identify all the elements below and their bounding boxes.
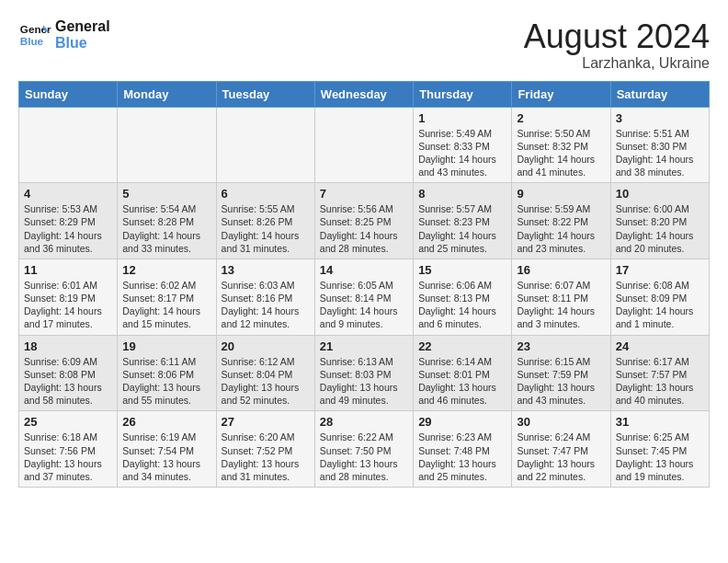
day-number: 6 [222,187,310,201]
day-number: 15 [418,263,506,277]
day-number: 1 [418,111,506,125]
calendar-cell: 27Sunrise: 6:20 AM Sunset: 7:52 PM Dayli… [216,411,314,488]
day-number: 30 [517,415,605,429]
day-info: Sunrise: 6:11 AM Sunset: 8:06 PM Dayligh… [122,355,210,408]
day-number: 24 [616,339,704,353]
day-number: 9 [517,187,605,201]
calendar-cell: 13Sunrise: 6:03 AM Sunset: 8:16 PM Dayli… [216,259,314,335]
weekday-header-monday: Monday [118,81,216,107]
calendar-cell: 21Sunrise: 6:13 AM Sunset: 8:03 PM Dayli… [314,335,413,411]
weekday-header-friday: Friday [512,81,610,107]
day-number: 12 [122,263,210,277]
day-info: Sunrise: 5:56 AM Sunset: 8:25 PM Dayligh… [320,202,408,255]
day-number: 19 [122,339,210,353]
day-number: 8 [418,187,506,201]
calendar-cell: 24Sunrise: 6:17 AM Sunset: 7:57 PM Dayli… [610,335,709,411]
calendar-cell: 2Sunrise: 5:50 AM Sunset: 8:32 PM Daylig… [512,107,610,183]
calendar-cell: 1Sunrise: 5:49 AM Sunset: 8:33 PM Daylig… [414,107,512,183]
day-info: Sunrise: 6:14 AM Sunset: 8:01 PM Dayligh… [418,355,506,408]
day-number: 26 [122,415,210,429]
day-number: 22 [418,339,506,353]
calendar-cell: 30Sunrise: 6:24 AM Sunset: 7:47 PM Dayli… [512,411,610,488]
day-number: 7 [320,187,408,201]
day-number: 2 [517,111,605,125]
day-number: 25 [24,415,112,429]
day-info: Sunrise: 6:02 AM Sunset: 8:17 PM Dayligh… [122,279,210,331]
weekday-header-thursday: Thursday [414,81,512,107]
calendar-cell: 6Sunrise: 5:55 AM Sunset: 8:26 PM Daylig… [216,183,314,259]
calendar-cell [314,107,413,183]
day-info: Sunrise: 6:19 AM Sunset: 7:54 PM Dayligh… [122,431,210,483]
day-info: Sunrise: 6:06 AM Sunset: 8:13 PM Dayligh… [418,279,506,331]
day-info: Sunrise: 6:13 AM Sunset: 8:03 PM Dayligh… [320,355,408,408]
page-header: General Blue General Blue August 2024 La… [18,18,710,72]
day-number: 3 [616,111,704,125]
day-number: 20 [222,339,310,353]
day-info: Sunrise: 5:55 AM Sunset: 8:26 PM Dayligh… [222,202,310,255]
calendar-cell: 17Sunrise: 6:08 AM Sunset: 8:09 PM Dayli… [610,259,709,335]
calendar-cell: 29Sunrise: 6:23 AM Sunset: 7:48 PM Dayli… [414,411,512,488]
day-info: Sunrise: 6:17 AM Sunset: 7:57 PM Dayligh… [616,355,704,408]
svg-text:Blue: Blue [20,35,44,47]
calendar-cell: 19Sunrise: 6:11 AM Sunset: 8:06 PM Dayli… [118,335,216,411]
day-info: Sunrise: 6:12 AM Sunset: 8:04 PM Dayligh… [222,355,310,408]
calendar-cell: 23Sunrise: 6:15 AM Sunset: 7:59 PM Dayli… [512,335,610,411]
calendar-cell [19,107,118,183]
calendar-cell: 22Sunrise: 6:14 AM Sunset: 8:01 PM Dayli… [414,335,512,411]
day-info: Sunrise: 6:08 AM Sunset: 8:09 PM Dayligh… [616,279,704,331]
day-number: 4 [24,187,112,201]
day-info: Sunrise: 6:20 AM Sunset: 7:52 PM Dayligh… [222,431,310,483]
logo-general: General [55,18,110,35]
day-info: Sunrise: 6:24 AM Sunset: 7:47 PM Dayligh… [517,431,605,483]
day-info: Sunrise: 5:49 AM Sunset: 8:33 PM Dayligh… [418,127,506,179]
day-info: Sunrise: 6:18 AM Sunset: 7:56 PM Dayligh… [24,431,112,483]
day-number: 23 [517,339,605,353]
calendar-cell: 9Sunrise: 5:59 AM Sunset: 8:22 PM Daylig… [512,183,610,259]
calendar-cell [118,107,216,183]
calendar-cell: 16Sunrise: 6:07 AM Sunset: 8:11 PM Dayli… [512,259,610,335]
weekday-header-wednesday: Wednesday [314,81,413,107]
calendar-cell: 26Sunrise: 6:19 AM Sunset: 7:54 PM Dayli… [118,411,216,488]
day-info: Sunrise: 6:07 AM Sunset: 8:11 PM Dayligh… [517,279,605,331]
month-year: August 2024 [524,18,710,55]
day-info: Sunrise: 5:51 AM Sunset: 8:30 PM Dayligh… [616,127,704,179]
calendar-cell: 5Sunrise: 5:54 AM Sunset: 8:28 PM Daylig… [118,183,216,259]
calendar-cell: 10Sunrise: 6:00 AM Sunset: 8:20 PM Dayli… [610,183,709,259]
svg-text:General: General [20,23,51,35]
day-number: 27 [222,415,310,429]
calendar-cell: 20Sunrise: 6:12 AM Sunset: 8:04 PM Dayli… [216,335,314,411]
calendar-cell: 3Sunrise: 5:51 AM Sunset: 8:30 PM Daylig… [610,107,709,183]
weekday-header-saturday: Saturday [610,81,709,107]
calendar-cell: 12Sunrise: 6:02 AM Sunset: 8:17 PM Dayli… [118,259,216,335]
calendar-cell: 15Sunrise: 6:06 AM Sunset: 8:13 PM Dayli… [414,259,512,335]
day-info: Sunrise: 6:22 AM Sunset: 7:50 PM Dayligh… [320,431,408,483]
day-number: 18 [24,339,112,353]
calendar-cell: 7Sunrise: 5:56 AM Sunset: 8:25 PM Daylig… [314,183,413,259]
day-number: 28 [320,415,408,429]
location: Larzhanka, Ukraine [524,55,710,72]
day-info: Sunrise: 6:03 AM Sunset: 8:16 PM Dayligh… [222,279,310,331]
day-info: Sunrise: 6:01 AM Sunset: 8:19 PM Dayligh… [24,279,112,331]
day-number: 11 [24,263,112,277]
day-number: 21 [320,339,408,353]
day-info: Sunrise: 6:25 AM Sunset: 7:45 PM Dayligh… [616,431,704,483]
logo-blue: Blue [55,35,110,52]
calendar-cell: 4Sunrise: 5:53 AM Sunset: 8:29 PM Daylig… [19,183,118,259]
calendar-cell: 18Sunrise: 6:09 AM Sunset: 8:08 PM Dayli… [19,335,118,411]
calendar-cell: 25Sunrise: 6:18 AM Sunset: 7:56 PM Dayli… [19,411,118,488]
day-number: 29 [418,415,506,429]
weekday-header-sunday: Sunday [19,81,118,107]
day-number: 16 [517,263,605,277]
day-info: Sunrise: 6:23 AM Sunset: 7:48 PM Dayligh… [418,431,506,483]
logo-icon: General Blue [18,18,51,52]
calendar-cell: 11Sunrise: 6:01 AM Sunset: 8:19 PM Dayli… [19,259,118,335]
calendar-cell: 14Sunrise: 6:05 AM Sunset: 8:14 PM Dayli… [314,259,413,335]
day-info: Sunrise: 5:59 AM Sunset: 8:22 PM Dayligh… [517,202,605,255]
day-info: Sunrise: 6:09 AM Sunset: 8:08 PM Dayligh… [24,355,112,408]
day-info: Sunrise: 6:05 AM Sunset: 8:14 PM Dayligh… [320,279,408,331]
logo: General Blue General Blue [18,18,110,52]
calendar-cell: 8Sunrise: 5:57 AM Sunset: 8:23 PM Daylig… [414,183,512,259]
day-number: 17 [616,263,704,277]
day-number: 5 [122,187,210,201]
day-info: Sunrise: 5:54 AM Sunset: 8:28 PM Dayligh… [122,202,210,255]
